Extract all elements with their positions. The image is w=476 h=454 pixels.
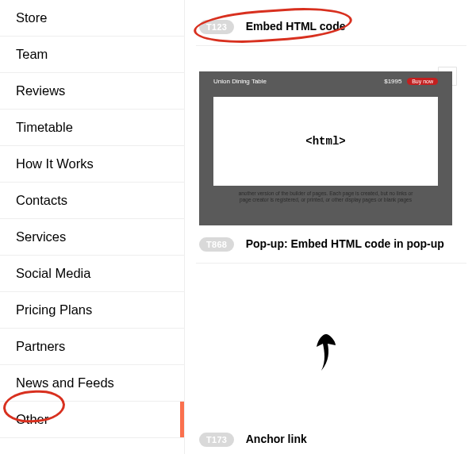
mockup-price: $1995 <box>384 78 401 85</box>
sidebar-item-social-media[interactable]: Social Media <box>0 256 184 292</box>
block-badge: T868 <box>199 237 234 252</box>
sidebar-item-pricing-plans[interactable]: Pricing Plans <box>0 292 184 329</box>
sidebar-item-label: Partners <box>16 339 65 354</box>
sidebar-item-label: Pricing Plans <box>16 302 92 317</box>
mockup-caption: another version of the builder of pages.… <box>213 186 438 204</box>
block-preview <box>199 278 452 427</box>
mockup-topbar: Union Dining Table $1995 Buy now <box>213 78 438 85</box>
sidebar-item-label: Store <box>16 10 47 25</box>
sidebar-item-other[interactable]: Other <box>0 402 184 438</box>
sidebar-item-team[interactable]: Team <box>0 37 184 73</box>
sidebar-item-how-it-works[interactable]: How It Works <box>0 146 184 183</box>
mockup-buy: Buy now <box>407 78 438 85</box>
block-title: Pop-up: Embed HTML code in pop-up <box>246 237 444 250</box>
sidebar-item-reviews[interactable]: Reviews <box>0 73 184 110</box>
sidebar-item-contacts[interactable]: Contacts <box>0 183 184 219</box>
arrow-up-icon <box>310 333 342 372</box>
block-popup-embed[interactable]: ★ Union Dining Table $1995 Buy now <html… <box>196 46 466 264</box>
sidebar-item-label: Team <box>16 47 48 62</box>
mockup-title: Union Dining Table <box>213 78 267 85</box>
sidebar: StoreTeamReviewsTimetableHow It WorksCon… <box>0 0 185 454</box>
block-preview: ★ Union Dining Table $1995 Buy now <html… <box>199 71 452 225</box>
block-badge: T173 <box>199 433 234 447</box>
sidebar-item-label: News and Feeds <box>16 375 114 391</box>
sidebar-item-label: Services <box>16 229 66 244</box>
sidebar-item-label: Timetable <box>16 120 73 135</box>
sidebar-item-store[interactable]: Store <box>0 0 184 37</box>
mockup-body: <html> <box>213 97 438 186</box>
sidebar-item-label: Social Media <box>16 266 90 281</box>
mockup-frame: Union Dining Table $1995 Buy now <html> … <box>199 71 452 225</box>
main-panel: T123 Embed HTML code ★ Union Dining Tabl… <box>185 0 476 454</box>
block-anchor-link[interactable]: T173 Anchor link <box>196 264 466 454</box>
sidebar-item-services[interactable]: Services <box>0 219 184 256</box>
sidebar-item-label: Contacts <box>16 193 67 208</box>
sidebar-item-timetable[interactable]: Timetable <box>0 110 184 146</box>
block-title: Anchor link <box>246 433 307 445</box>
block-title: Embed HTML code <box>246 20 346 33</box>
block-embed-html[interactable]: T123 Embed HTML code <box>196 0 466 46</box>
sidebar-item-label: Other <box>16 412 48 427</box>
sidebar-item-news-and-feeds[interactable]: News and Feeds <box>0 365 184 402</box>
block-badge: T123 <box>199 20 234 34</box>
sidebar-item-label: Reviews <box>16 83 65 98</box>
sidebar-item-partners[interactable]: Partners <box>0 329 184 365</box>
sidebar-item-label: How It Works <box>16 156 94 171</box>
